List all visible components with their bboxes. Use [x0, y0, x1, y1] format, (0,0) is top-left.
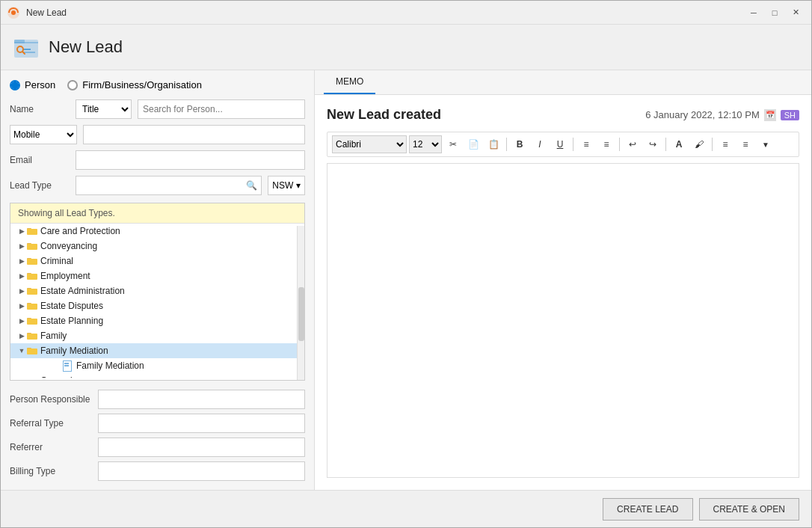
underline-button[interactable]: U [551, 135, 569, 153]
undo-button[interactable]: ↩ [624, 135, 642, 153]
list-item[interactable]: ▶ Estate Disputes [10, 298, 304, 313]
scrollbar-thumb[interactable] [298, 287, 304, 341]
tree-arrow: ▶ [16, 241, 27, 251]
mobile-input[interactable] [83, 125, 305, 144]
user-badge: SH [781, 110, 799, 120]
list-item[interactable]: ▶ Family [10, 328, 304, 343]
window-controls: ─ □ ✕ [744, 5, 805, 20]
firm-radio[interactable]: Firm/Business/Organisation [67, 79, 202, 90]
font-size-select[interactable]: 12 [409, 135, 442, 153]
create-and-open-button[interactable]: CREATE & OPEN [699, 498, 799, 521]
tree-arrow: ▶ [16, 226, 27, 236]
svg-rect-3 [14, 40, 25, 43]
tree-arrow: ▶ [16, 301, 27, 311]
nsw-button[interactable]: NSW ▾ [268, 176, 305, 195]
svg-rect-5 [23, 52, 35, 53]
tree-item-label: Conveyancing [40, 241, 97, 251]
memo-meta: 6 January 2022, 12:10 PM 📅 SH [645, 109, 799, 121]
paste-button[interactable]: 📋 [485, 135, 502, 153]
referrer-input[interactable] [98, 438, 305, 457]
tree-arrow: ▶ [16, 375, 27, 378]
copy-button[interactable]: 📄 [464, 135, 482, 153]
titlebar-title: New Lead [26, 7, 744, 18]
tree-item-label: Estate Planning [40, 316, 103, 326]
list-item[interactable]: ▶ General [10, 373, 304, 378]
italic-button[interactable]: I [531, 135, 549, 153]
tab-memo[interactable]: MEMO [324, 70, 375, 94]
person-radio-label: Person [25, 79, 55, 90]
folder-icon [27, 242, 37, 250]
separator [665, 138, 666, 151]
list-item[interactable]: ▶ Family Mediation [10, 358, 304, 373]
dropdown-header: Showing all Lead Types. [10, 203, 304, 224]
maximize-button[interactable]: □ [765, 5, 784, 20]
list-item[interactable]: ▶ Criminal [10, 254, 304, 268]
close-button[interactable]: ✕ [786, 5, 805, 20]
separator [712, 138, 713, 151]
lead-type-search-wrap: 🔍 [76, 176, 262, 195]
text-toolbar: Calibri 12 ✂ 📄 📋 B I U ≡ ≡ ↩ [327, 132, 799, 157]
ordered-list-button[interactable]: ≡ [597, 135, 615, 153]
list-item[interactable]: ▶ Care and Protection [10, 224, 304, 239]
font-color-button[interactable]: A [670, 135, 688, 153]
editor-area[interactable] [327, 163, 799, 478]
lead-type-row: Lead Type 🔍 NSW ▾ [10, 176, 305, 195]
content-area: Person Firm/Business/Organisation Name T… [1, 70, 811, 490]
memo-created-title: New Lead created [327, 107, 441, 123]
cut-button[interactable]: ✂ [444, 135, 462, 153]
tree-arrow: ▶ [16, 271, 27, 281]
email-input[interactable] [76, 150, 305, 170]
lead-type-search-input[interactable] [76, 176, 262, 195]
svg-point-1 [11, 10, 16, 15]
referral-type-input[interactable] [98, 414, 305, 433]
referrer-row: Referrer [10, 438, 305, 457]
font-select[interactable]: Calibri [332, 135, 407, 153]
referral-type-row: Referral Type [10, 414, 305, 433]
tree-item-label: General [40, 375, 73, 378]
document-icon [63, 360, 73, 371]
folder-icon [27, 302, 37, 310]
memo-content: New Lead created 6 January 2022, 12:10 P… [315, 95, 811, 490]
redo-button[interactable]: ↪ [644, 135, 662, 153]
list-item[interactable]: ▶ Conveyancing [10, 239, 304, 254]
titlebar: New Lead ─ □ ✕ [1, 1, 811, 25]
person-search-input[interactable] [138, 99, 305, 119]
align-left-button[interactable]: ≡ [716, 135, 734, 153]
folder-icon [27, 287, 37, 295]
list-item[interactable]: ▼ Family Mediation [10, 343, 304, 358]
unordered-list-button[interactable]: ≡ [577, 135, 595, 153]
phone-type-select[interactable]: Mobile [10, 125, 77, 144]
person-responsible-input[interactable] [98, 390, 305, 409]
tree-arrow: ▶ [16, 316, 27, 326]
person-responsible-label: Person Responsible [10, 394, 92, 405]
email-row: Email [10, 150, 305, 170]
folder-icon [27, 332, 37, 340]
billing-type-row: Billing Type [10, 461, 305, 481]
title-select[interactable]: Title [76, 99, 132, 119]
list-item[interactable]: ▶ Estate Administration [10, 283, 304, 298]
tree-item-label: Estate Disputes [40, 301, 103, 311]
scrollbar-track[interactable] [297, 226, 304, 380]
left-panel: Person Firm/Business/Organisation Name T… [1, 70, 315, 490]
list-item[interactable]: ▶ Employment [10, 268, 304, 283]
tree-item-label: Estate Administration [40, 286, 125, 296]
align-right-button[interactable]: ≡ [736, 135, 754, 153]
expand-button[interactable]: ▼ [757, 135, 775, 153]
create-lead-button[interactable]: CREATE LEAD [603, 498, 692, 521]
svg-rect-4 [23, 49, 31, 50]
billing-type-input[interactable] [98, 461, 305, 481]
tree-item-label: Family [40, 331, 67, 341]
billing-type-label: Billing Type [10, 466, 92, 476]
tree-arrow: ▼ [16, 346, 27, 356]
minimize-button[interactable]: ─ [744, 5, 763, 20]
static-fields: Person Responsible Referral Type Referre… [10, 390, 305, 481]
person-responsible-row: Person Responsible [10, 390, 305, 409]
person-radio[interactable]: Person [10, 79, 55, 90]
tree-arrow: ▶ [16, 286, 27, 296]
highlight-button[interactable]: 🖌 [690, 135, 708, 153]
list-item[interactable]: ▶ Estate Planning [10, 313, 304, 328]
bold-button[interactable]: B [511, 135, 529, 153]
entity-type-group: Person Firm/Business/Organisation [10, 79, 305, 90]
folder-icon [27, 257, 37, 265]
app-icon [7, 6, 20, 19]
